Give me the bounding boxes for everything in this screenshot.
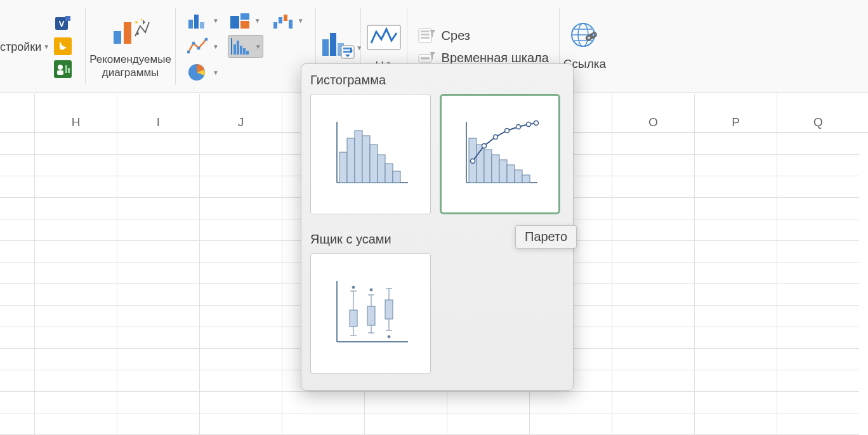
pareto-chart-option[interactable] xyxy=(440,94,560,214)
cell[interactable] xyxy=(447,413,529,435)
column-header[interactable] xyxy=(0,94,34,133)
cell[interactable] xyxy=(34,413,117,435)
cell[interactable] xyxy=(777,392,859,413)
cell[interactable] xyxy=(199,370,282,392)
cell[interactable] xyxy=(117,241,199,263)
cell[interactable] xyxy=(364,392,447,413)
visio-icon[interactable]: V xyxy=(53,14,72,33)
column-header[interactable]: P xyxy=(694,94,777,133)
cell[interactable] xyxy=(0,392,34,413)
cell[interactable] xyxy=(612,198,694,219)
cell[interactable] xyxy=(0,370,34,392)
cell[interactable] xyxy=(612,241,694,263)
cell[interactable] xyxy=(117,133,199,155)
cell[interactable] xyxy=(34,370,117,392)
chevron-down-icon[interactable]: ▼ xyxy=(43,43,49,51)
cell[interactable] xyxy=(117,284,199,306)
cell[interactable] xyxy=(117,219,199,241)
cell[interactable] xyxy=(0,176,34,198)
column-header[interactable]: I xyxy=(117,94,199,133)
cell[interactable] xyxy=(34,155,117,176)
sheet-row[interactable] xyxy=(0,413,868,435)
column-chart-button[interactable]: ▼ xyxy=(186,10,220,31)
cell[interactable] xyxy=(34,284,117,306)
column-header[interactable]: Q xyxy=(777,94,859,133)
cell[interactable] xyxy=(0,219,34,241)
cell[interactable] xyxy=(777,413,859,435)
cell[interactable] xyxy=(777,349,859,370)
cell[interactable] xyxy=(0,349,34,370)
cell[interactable] xyxy=(0,155,34,176)
cell[interactable] xyxy=(199,392,282,413)
cell[interactable] xyxy=(694,155,777,176)
cell[interactable] xyxy=(117,392,199,413)
cell[interactable] xyxy=(0,198,34,219)
cell[interactable] xyxy=(0,413,34,435)
cell[interactable] xyxy=(199,133,282,155)
cell[interactable] xyxy=(777,133,859,155)
cell[interactable] xyxy=(34,198,117,219)
cell[interactable] xyxy=(34,176,117,198)
cell[interactable] xyxy=(199,241,282,263)
cell[interactable] xyxy=(694,198,777,219)
people-graph-icon[interactable] xyxy=(53,60,72,79)
cell[interactable] xyxy=(612,413,694,435)
cell[interactable] xyxy=(0,133,34,155)
cell[interactable] xyxy=(0,306,34,327)
cell[interactable] xyxy=(612,349,694,370)
cell[interactable] xyxy=(777,219,859,241)
cell[interactable] xyxy=(199,284,282,306)
cell[interactable] xyxy=(694,306,777,327)
cell[interactable] xyxy=(34,306,117,327)
waterfall-chart-button[interactable]: ▼ xyxy=(271,10,305,31)
cell[interactable] xyxy=(199,349,282,370)
cell[interactable] xyxy=(34,349,117,370)
cell[interactable] xyxy=(199,176,282,198)
cell[interactable] xyxy=(612,306,694,327)
cell[interactable] xyxy=(199,155,282,176)
cell[interactable] xyxy=(694,284,777,306)
cell[interactable] xyxy=(34,241,117,263)
cell[interactable] xyxy=(777,284,859,306)
cell[interactable] xyxy=(117,306,199,327)
histogram-chart-option[interactable] xyxy=(310,94,431,214)
cell[interactable] xyxy=(34,133,117,155)
bing-icon[interactable] xyxy=(53,37,72,56)
cell[interactable] xyxy=(694,219,777,241)
cell[interactable] xyxy=(694,241,777,263)
cell[interactable] xyxy=(612,176,694,198)
cell[interactable] xyxy=(0,241,34,263)
cell[interactable] xyxy=(117,349,199,370)
cell[interactable] xyxy=(0,284,34,306)
cell[interactable] xyxy=(694,413,777,435)
recommended-charts-button[interactable]: Рекомендуемые диаграммы xyxy=(86,0,175,93)
cell[interactable] xyxy=(694,392,777,413)
cell[interactable] xyxy=(777,198,859,219)
cell[interactable] xyxy=(199,198,282,219)
cell[interactable] xyxy=(694,176,777,198)
cell[interactable] xyxy=(199,327,282,349)
cell[interactable] xyxy=(117,413,199,435)
cell[interactable] xyxy=(34,219,117,241)
pie-chart-button[interactable]: ▼ xyxy=(186,62,220,83)
hierarchy-chart-button[interactable]: ▼ xyxy=(228,10,263,31)
cell[interactable] xyxy=(282,392,364,413)
cell[interactable] xyxy=(117,370,199,392)
cell[interactable] xyxy=(282,413,364,435)
cell[interactable] xyxy=(117,155,199,176)
cell[interactable] xyxy=(694,133,777,155)
cell[interactable] xyxy=(612,284,694,306)
cell[interactable] xyxy=(117,176,199,198)
cell[interactable] xyxy=(777,241,859,263)
cell[interactable] xyxy=(694,327,777,349)
column-header[interactable]: H xyxy=(34,94,117,133)
statistic-chart-button[interactable]: ▼ xyxy=(228,35,263,58)
column-header[interactable]: O xyxy=(612,94,694,133)
cell[interactable] xyxy=(117,327,199,349)
cell[interactable] xyxy=(117,263,199,284)
cell[interactable] xyxy=(777,306,859,327)
cell[interactable] xyxy=(199,219,282,241)
cell[interactable] xyxy=(612,219,694,241)
cell[interactable] xyxy=(447,392,529,413)
cell[interactable] xyxy=(694,370,777,392)
